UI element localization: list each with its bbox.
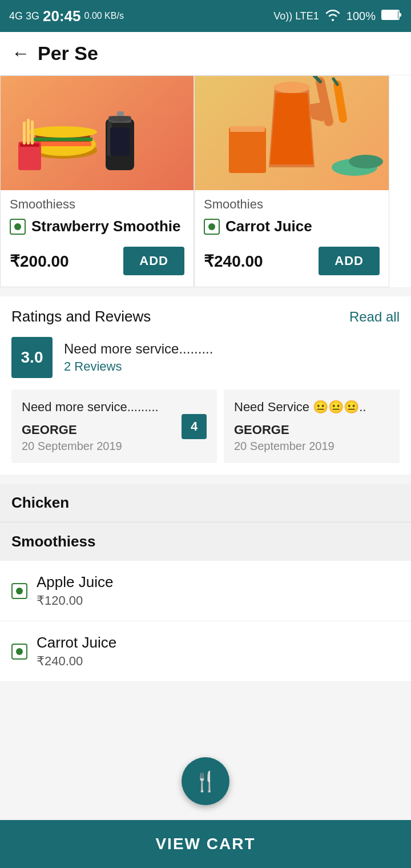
status-bar: 4G 3G 20:45 0.00 KB/s Vo)) LTE1 100% xyxy=(0,0,411,32)
svg-point-18 xyxy=(108,116,131,122)
review-comment-2: Need Service 😐😐😐.. xyxy=(234,400,400,415)
ratings-section: Ratings and Reviews Read all 3.0 Need mo… xyxy=(0,296,411,475)
section-smoothiess-title: Smoothiess xyxy=(11,533,95,550)
wifi-icon xyxy=(325,9,341,24)
veg-icon-strawberry xyxy=(10,219,26,235)
svg-rect-22 xyxy=(230,126,265,132)
network-indicator: 4G 3G xyxy=(9,10,39,22)
review-date-2: 20 September 2019 xyxy=(234,440,400,453)
read-all-button[interactable]: Read all xyxy=(349,309,400,325)
section-smoothiess: Smoothiess xyxy=(0,522,411,561)
add-button-carrot[interactable]: ADD xyxy=(319,247,380,275)
svg-rect-19 xyxy=(110,127,130,156)
svg-rect-12 xyxy=(27,119,30,144)
svg-point-24 xyxy=(349,155,383,168)
menu-item-carrot-juice[interactable]: Carrot Juice ₹240.00 xyxy=(0,621,411,682)
ratings-title: Ratings and Reviews xyxy=(11,308,151,326)
product-image-carrot xyxy=(195,76,389,190)
status-right: Vo)) LTE1 100% xyxy=(273,9,402,24)
svg-rect-1 xyxy=(399,13,401,17)
menu-item-info-apple: Apple Juice ₹120.00 xyxy=(37,573,113,608)
page-title: Per Se xyxy=(38,42,98,65)
review-date-1: 20 September 2019 xyxy=(22,440,207,453)
products-scroll: Smoothiess Strawberry Smoothie ₹200.00 A… xyxy=(0,75,411,287)
menu-item-name-carrot: Carrot Juice xyxy=(37,634,116,652)
product-image-strawberry xyxy=(1,76,194,190)
svg-point-8 xyxy=(29,126,97,138)
svg-rect-7 xyxy=(33,138,92,141)
rating-summary: 3.0 Need more service......... 2 Reviews xyxy=(11,337,400,378)
menu-item-info-carrot: Carrot Juice ₹240.00 xyxy=(37,634,116,669)
product-name-carrot: Carrot Juice xyxy=(225,218,312,235)
veg-icon-carrot xyxy=(204,219,220,235)
review-author-2: GEORGE xyxy=(234,423,400,437)
review-card-1: Need more service......... GEORGE 20 Sep… xyxy=(11,389,217,463)
product-category-strawberry: Smoothiess xyxy=(1,190,194,214)
add-button-strawberry[interactable]: ADD xyxy=(123,247,184,275)
battery-percentage: 100% xyxy=(346,10,376,23)
product-category-carrot: Smoothies xyxy=(195,190,389,214)
speed-display: 0.00 KB/s xyxy=(84,11,124,21)
battery-icon xyxy=(381,10,402,23)
product-price-carrot: ₹240.00 xyxy=(204,252,263,271)
fab-button[interactable]: 🍴 xyxy=(182,757,229,805)
menu-list: Apple Juice ₹120.00 Carrot Juice ₹240.00 xyxy=(0,561,411,682)
product-price-row-carrot: ₹240.00 ADD xyxy=(195,239,389,275)
svg-point-20 xyxy=(273,82,310,93)
status-left: 4G 3G 20:45 0.00 KB/s xyxy=(9,7,124,25)
product-card-carrot: Smoothies Carrot Juice ₹240.00 ADD xyxy=(194,75,389,287)
svg-rect-21 xyxy=(229,127,266,173)
section-chicken-title: Chicken xyxy=(11,494,69,511)
section-chicken: Chicken xyxy=(0,484,411,522)
rating-reviews-count: 2 Reviews xyxy=(64,359,213,374)
product-price-row-strawberry: ₹200.00 ADD xyxy=(1,239,194,275)
menu-item-apple-juice[interactable]: Apple Juice ₹120.00 xyxy=(0,561,411,621)
product-card-strawberry: Smoothiess Strawberry Smoothie ₹200.00 A… xyxy=(0,75,194,287)
view-cart-label: VIEW CART xyxy=(155,835,255,853)
review-comment-1: Need more service......... xyxy=(22,400,207,415)
review-author-1: GEORGE xyxy=(22,423,207,437)
menu-item-name-apple: Apple Juice xyxy=(37,573,113,591)
lte-indicator: Vo)) LTE1 xyxy=(273,10,319,22)
svg-rect-11 xyxy=(23,122,26,144)
back-button[interactable]: ← xyxy=(11,43,30,64)
rating-text-col: Need more service......... 2 Reviews xyxy=(64,341,213,374)
svg-rect-2 xyxy=(382,11,398,19)
svg-rect-10 xyxy=(20,143,39,147)
product-name-strawberry: Strawberry Smoothie xyxy=(31,218,181,235)
view-cart-bar[interactable]: VIEW CART xyxy=(0,820,411,868)
time-display: 20:45 xyxy=(43,7,81,25)
product-name-row-strawberry: Strawberry Smoothie xyxy=(1,214,194,239)
svg-rect-13 xyxy=(31,120,34,144)
fab-icon: 🍴 xyxy=(194,770,217,793)
product-name-row-carrot: Carrot Juice xyxy=(195,214,389,239)
ratings-header: Ratings and Reviews Read all xyxy=(11,308,400,326)
veg-icon-apple xyxy=(11,583,27,599)
menu-item-price-apple: ₹120.00 xyxy=(37,593,113,608)
product-price-strawberry: ₹200.00 xyxy=(10,252,69,271)
svg-rect-6 xyxy=(34,142,91,146)
rating-badge: 3.0 xyxy=(11,337,53,378)
review-number-1: 4 xyxy=(182,414,207,439)
review-cards: Need more service......... GEORGE 20 Sep… xyxy=(11,389,400,463)
header: ← Per Se xyxy=(0,32,411,75)
menu-item-price-carrot: ₹240.00 xyxy=(37,654,116,669)
veg-icon-carrot-menu xyxy=(11,644,27,660)
rating-comment: Need more service......... xyxy=(64,341,213,357)
review-card-2: Need Service 😐😐😐.. GEORGE 20 September 2… xyxy=(224,389,400,463)
